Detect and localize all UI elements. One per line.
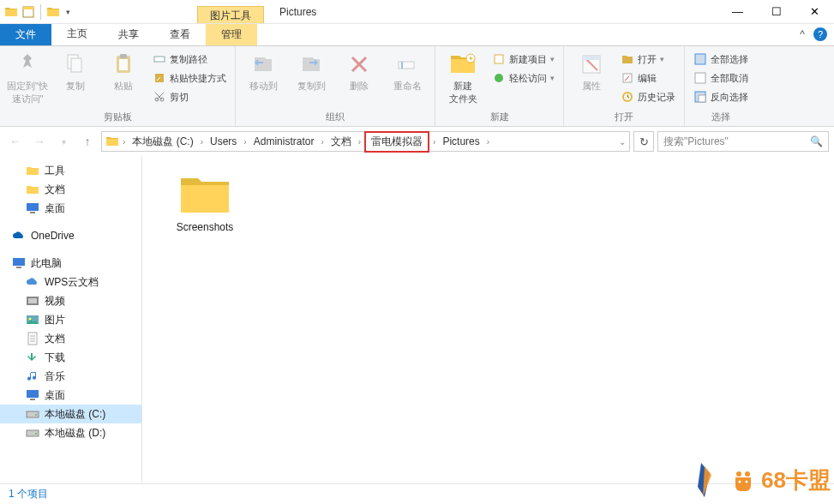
svg-point-39 — [35, 433, 37, 435]
cut-button[interactable]: 剪切 — [149, 88, 230, 105]
delete-icon — [345, 51, 373, 78]
sidebar-item[interactable]: 文档 — [0, 180, 141, 199]
svg-text:✦: ✦ — [468, 55, 474, 63]
sidebar-thispc[interactable]: 此电脑 — [0, 254, 141, 273]
refresh-button[interactable]: ↻ — [633, 131, 654, 152]
content-pane[interactable]: Screenshots — [142, 156, 834, 483]
sidebar-item[interactable]: 下载 — [0, 348, 141, 367]
svg-rect-25 — [27, 203, 39, 211]
new-item-button[interactable]: 新建项目▾ — [489, 51, 558, 68]
breadcrumb-item[interactable]: Users — [207, 135, 240, 147]
cloud-icon — [26, 275, 39, 289]
sidebar-item[interactable]: 桌面 — [0, 199, 141, 218]
properties-button[interactable]: 属性 — [569, 49, 614, 94]
desktop-icon — [26, 388, 39, 402]
group-organize: 移动到 复制到 删除 重命名 组织 — [236, 46, 435, 126]
easy-access-icon — [492, 71, 506, 85]
search-icon[interactable]: 🔍 — [810, 135, 823, 147]
sidebar-item[interactable]: 视频 — [0, 291, 141, 310]
collapse-ribbon-icon[interactable]: ^ — [800, 28, 805, 40]
back-button[interactable]: ← — [5, 131, 26, 152]
svg-rect-34 — [27, 390, 39, 398]
tab-home[interactable]: 主页 — [51, 24, 103, 45]
svg-rect-15 — [495, 55, 503, 63]
history-button[interactable]: 历史记录 — [617, 88, 679, 105]
sidebar-onedrive[interactable]: OneDrive — [0, 226, 141, 245]
svg-point-37 — [35, 414, 37, 416]
chevron-right-icon[interactable]: › — [485, 137, 491, 147]
ribbon: 固定到"快 速访问" 复制 粘贴 复制路径 粘贴快捷方式 剪切 剪贴板 移动到 — [0, 46, 834, 127]
cut-icon — [153, 90, 166, 104]
folder-label: Screenshots — [177, 221, 234, 233]
sidebar-item[interactable]: 本地磁盘 (D:) — [0, 423, 141, 442]
pin-quick-access-button[interactable]: 固定到"快 速访问" — [5, 49, 50, 107]
edit-button[interactable]: 编辑 — [617, 69, 679, 87]
svg-rect-30 — [28, 298, 37, 303]
search-box[interactable]: 搜索"Pictures" 🔍 — [657, 131, 829, 152]
up-button[interactable]: ↑ — [77, 131, 98, 152]
tab-file[interactable]: 文件 — [0, 24, 51, 45]
copy-button[interactable]: 复制 — [53, 49, 98, 94]
paste-button[interactable]: 粘贴 — [101, 49, 146, 94]
recent-dropdown[interactable]: ▾ — [53, 131, 74, 152]
minimize-button[interactable]: — — [718, 0, 757, 23]
new-folder-button[interactable]: ✦ 新建 文件夹 — [441, 49, 485, 107]
breadcrumb-item-highlighted[interactable]: 雷电模拟器 — [364, 131, 429, 153]
svg-rect-38 — [27, 430, 39, 436]
address-dropdown-icon[interactable]: ⌄ — [619, 137, 626, 147]
maximize-button[interactable]: ☐ — [757, 0, 795, 23]
rename-button[interactable]: 重命名 — [385, 49, 429, 94]
svg-rect-27 — [13, 258, 25, 266]
chevron-right-icon[interactable]: › — [199, 137, 205, 147]
move-icon — [249, 51, 277, 78]
tab-manage[interactable]: 管理 — [206, 24, 257, 45]
sidebar-item[interactable]: 桌面 — [0, 386, 141, 405]
breadcrumb-item[interactable]: Pictures — [439, 135, 483, 147]
sidebar-item-selected[interactable]: 本地磁盘 (C:) — [0, 405, 141, 423]
chevron-right-icon[interactable]: › — [319, 137, 325, 147]
sidebar-item[interactable]: 图片 — [0, 310, 141, 329]
sidebar-item[interactable]: 音乐 — [0, 367, 141, 386]
properties-qat-icon[interactable] — [21, 4, 36, 20]
chevron-right-icon[interactable]: › — [431, 137, 437, 147]
group-new: ✦ 新建 文件夹 新建项目▾ 轻松访问▾ 新建 — [435, 46, 564, 126]
forward-button[interactable]: → — [29, 131, 50, 152]
sidebar-item[interactable]: 工具 — [0, 161, 141, 180]
close-button[interactable]: ✕ — [795, 0, 834, 23]
folder-item[interactable]: Screenshots — [166, 171, 243, 233]
select-all-button[interactable]: 全部选择 — [690, 51, 752, 68]
svg-rect-7 — [154, 57, 165, 62]
help-icon[interactable]: ? — [813, 27, 827, 41]
status-count: 1 个项目 — [9, 487, 48, 501]
breadcrumb-item[interactable]: 文档 — [327, 135, 355, 149]
move-to-button[interactable]: 移动到 — [241, 49, 285, 94]
folder-icon — [26, 183, 39, 196]
sidebar-item[interactable]: WPS云文档 — [0, 273, 141, 291]
tab-share[interactable]: 共享 — [103, 24, 154, 45]
group-label: 组织 — [241, 109, 429, 126]
open-button[interactable]: 打开▾ — [617, 51, 679, 68]
address-bar[interactable]: › 本地磁盘 (C:) › Users › Administrator › 文档… — [101, 131, 630, 152]
breadcrumb-item[interactable]: Administrator — [250, 135, 318, 147]
invert-selection-button[interactable]: 反向选择 — [690, 88, 752, 105]
sidebar-item[interactable]: 文档 — [0, 329, 141, 348]
breadcrumb-item[interactable]: 本地磁盘 (C:) — [129, 135, 196, 149]
copy-path-button[interactable]: 复制路径 — [149, 51, 230, 68]
tab-view[interactable]: 查看 — [154, 24, 206, 45]
easy-access-button[interactable]: 轻松访问▾ — [489, 69, 558, 87]
delete-button[interactable]: 删除 — [337, 49, 381, 94]
folder-icon[interactable] — [45, 4, 61, 20]
svg-rect-22 — [695, 73, 705, 83]
search-placeholder: 搜索"Pictures" — [663, 135, 729, 149]
svg-rect-36 — [27, 411, 39, 417]
chevron-right-icon[interactable]: › — [242, 137, 248, 147]
qat-dropdown-icon[interactable]: ▾ — [63, 8, 74, 16]
folder-icon — [3, 4, 19, 20]
chevron-right-icon[interactable]: › — [357, 137, 363, 147]
copy-to-button[interactable]: 复制到 — [289, 49, 333, 94]
paste-shortcut-button[interactable]: 粘贴快捷方式 — [149, 69, 230, 87]
chevron-right-icon[interactable]: › — [121, 137, 127, 147]
select-none-button[interactable]: 全部取消 — [690, 69, 752, 87]
path-icon — [153, 52, 166, 66]
folder-icon — [105, 135, 119, 148]
